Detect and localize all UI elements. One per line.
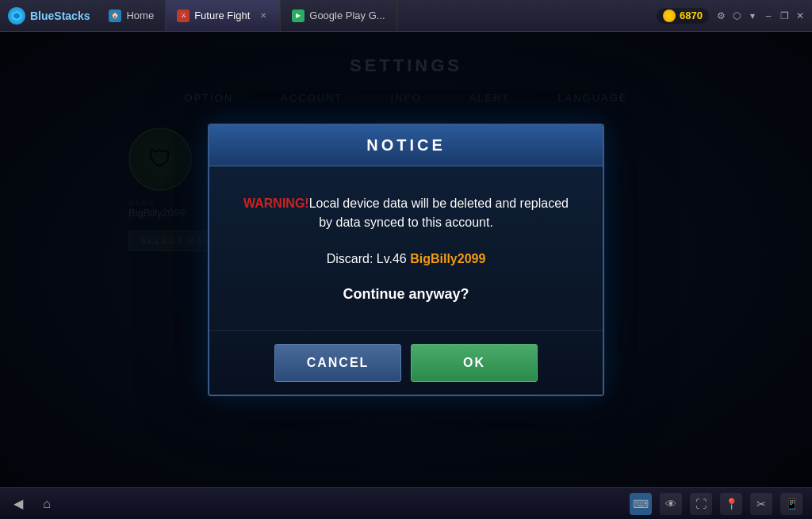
bluestacks-icon [8, 7, 25, 25]
mobile-icon[interactable]: 📱 [780, 493, 802, 515]
coin-icon [663, 10, 676, 22]
future-fight-favicon: ⚔ [177, 10, 190, 22]
eye-icon[interactable]: 👁 [660, 493, 682, 515]
ok-button[interactable]: OK [411, 344, 538, 382]
taskbar-left: ◀ ⌂ [10, 495, 56, 513]
bluestacks-logo: BlueStacks [0, 7, 98, 25]
close-button[interactable]: ✕ [795, 10, 806, 21]
back-button[interactable]: ◀ [10, 495, 27, 513]
tab-google-play[interactable]: ▶ Google Play G... [281, 0, 396, 31]
titlebar-icon-2[interactable]: ⬡ [731, 10, 742, 21]
notice-dialog: NOTICE WARNING!Local device data will be… [208, 124, 604, 396]
cancel-button[interactable]: CANCEL [274, 344, 401, 382]
window-controls: ⚙ ⬡ ▾ – ❐ ✕ [715, 10, 806, 21]
dialog-footer: CANCEL OK [209, 330, 603, 395]
tab-future-fight-label: Future Fight [194, 10, 250, 21]
tab-close-icon[interactable]: ✕ [258, 10, 269, 21]
tab-future-fight[interactable]: ⚔ Future Fight ✕ [166, 0, 281, 31]
discard-text: Discard: Lv.46 BigBilly2099 [241, 252, 571, 266]
warning-message: Local device data will be deleted and re… [309, 197, 569, 229]
location-icon[interactable]: 📍 [720, 493, 742, 515]
titlebar-right: 6870 ⚙ ⬡ ▾ – ❐ ✕ [650, 8, 812, 24]
home-button[interactable]: ⌂ [38, 495, 56, 513]
coin-value: 6870 [680, 10, 703, 21]
dialog-body: WARNING!Local device data will be delete… [209, 166, 603, 330]
taskbar: ◀ ⌂ ⌨ 👁 ⛶ 📍 ✂ 📱 [0, 487, 812, 519]
warning-text: WARNING!Local device data will be delete… [241, 194, 571, 232]
keyboard-icon[interactable]: ⌨ [630, 493, 652, 515]
home-favicon: 🏠 [109, 10, 121, 22]
scissors-icon[interactable]: ✂ [750, 493, 772, 515]
continue-text: Continue anyway? [241, 286, 571, 303]
game-area: SETTINGS OPTION ACCOUNT INFO ALERT LANGU… [0, 32, 812, 487]
fullscreen-icon[interactable]: ⛶ [690, 493, 712, 515]
discard-prefix: Discard: Lv.46 [327, 252, 411, 265]
tab-google-play-label: Google Play G... [309, 10, 385, 21]
tab-home-label: Home [126, 10, 154, 21]
titlebar-icon-1[interactable]: ⚙ [715, 10, 726, 21]
taskbar-right: ⌨ 👁 ⛶ 📍 ✂ 📱 [630, 493, 802, 515]
titlebar-tabs: 🏠 Home ⚔ Future Fight ✕ ▶ Google Play G.… [98, 0, 650, 31]
titlebar: BlueStacks 🏠 Home ⚔ Future Fight ✕ ▶ Goo… [0, 0, 812, 32]
coin-display: 6870 [657, 8, 709, 24]
warning-label: WARNING! [243, 197, 309, 210]
discard-user: BigBilly2099 [410, 252, 485, 265]
tab-home[interactable]: 🏠 Home [98, 0, 166, 31]
minimize-button[interactable]: – [763, 10, 774, 21]
bluestacks-brand: BlueStacks [30, 10, 90, 22]
dialog-header: NOTICE [209, 125, 603, 166]
titlebar-icon-3[interactable]: ▾ [747, 10, 758, 21]
google-play-favicon: ▶ [292, 10, 304, 22]
dialog-title: NOTICE [366, 136, 446, 154]
restore-button[interactable]: ❐ [779, 10, 790, 21]
